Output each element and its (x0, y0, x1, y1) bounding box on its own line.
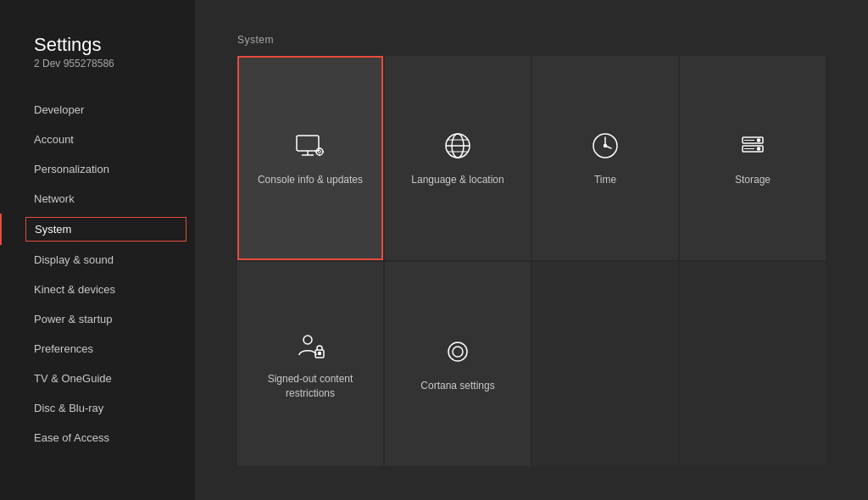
tile-time-label: Time (594, 173, 616, 187)
sidebar-item-kinect-devices[interactable]: Kinect & devices (0, 275, 195, 304)
tile-storage[interactable]: Storage (680, 56, 826, 260)
svg-point-21 (758, 147, 760, 150)
console-icon (293, 129, 327, 163)
tile-storage-label: Storage (735, 173, 771, 187)
svg-point-28 (453, 347, 463, 357)
tile-cortana-settings[interactable]: Cortana settings (385, 262, 531, 466)
sidebar-item-power-startup[interactable]: Power & startup (0, 304, 195, 334)
globe-icon (441, 129, 475, 163)
sidebar-item-ease-of-access[interactable]: Ease of Access (0, 423, 195, 453)
settings-subtitle: 2 Dev 955278586 (34, 58, 195, 69)
sidebar-header: Settings 2 Dev 955278586 (0, 34, 195, 95)
tile-language-location[interactable]: Language & location (385, 56, 531, 260)
svg-point-20 (758, 139, 760, 142)
svg-point-17 (604, 145, 607, 147)
svg-point-24 (303, 336, 312, 344)
sidebar-item-preferences[interactable]: Preferences (0, 334, 195, 364)
svg-point-3 (316, 148, 323, 155)
tile-time[interactable]: Time (532, 56, 678, 260)
svg-rect-0 (297, 136, 319, 151)
tiles-grid: Console info & updates Language & locati… (237, 56, 826, 466)
settings-title: Settings (34, 34, 195, 56)
svg-point-27 (448, 342, 467, 361)
section-label: System (237, 34, 826, 46)
sidebar-item-developer[interactable]: Developer (0, 95, 195, 125)
tile-empty-1 (532, 262, 678, 466)
storage-icon (736, 129, 770, 163)
sidebar: Settings 2 Dev 955278586 Developer Accou… (0, 0, 195, 500)
person-lock-icon (293, 328, 327, 362)
sidebar-item-network[interactable]: Network (0, 184, 195, 214)
sidebar-item-personalization[interactable]: Personalization (0, 154, 195, 184)
tile-signed-out-content[interactable]: Signed-out content restrictions (237, 262, 383, 466)
tile-console-info-label: Console info & updates (258, 173, 363, 187)
tile-console-info[interactable]: Console info & updates (237, 56, 383, 260)
sidebar-item-system[interactable]: System (0, 214, 195, 245)
sidebar-item-display-sound[interactable]: Display & sound (0, 245, 195, 275)
svg-point-26 (319, 352, 321, 354)
tile-signed-out-label: Signed-out content restrictions (250, 372, 370, 401)
sidebar-item-disc-bluray[interactable]: Disc & Blu-ray (0, 393, 195, 423)
clock-icon (588, 129, 622, 163)
cortana-icon (441, 335, 475, 369)
sidebar-item-tv-oneguide[interactable]: TV & OneGuide (0, 364, 195, 393)
main-content: System Console info & updates (195, 0, 868, 500)
tile-cortana-label: Cortana settings (420, 379, 494, 393)
tile-language-location-label: Language & location (411, 173, 504, 187)
sidebar-nav: Developer Account Personalization Networ… (0, 95, 195, 453)
tile-empty-2 (680, 262, 826, 466)
sidebar-item-account[interactable]: Account (0, 125, 195, 154)
svg-point-4 (319, 151, 321, 153)
